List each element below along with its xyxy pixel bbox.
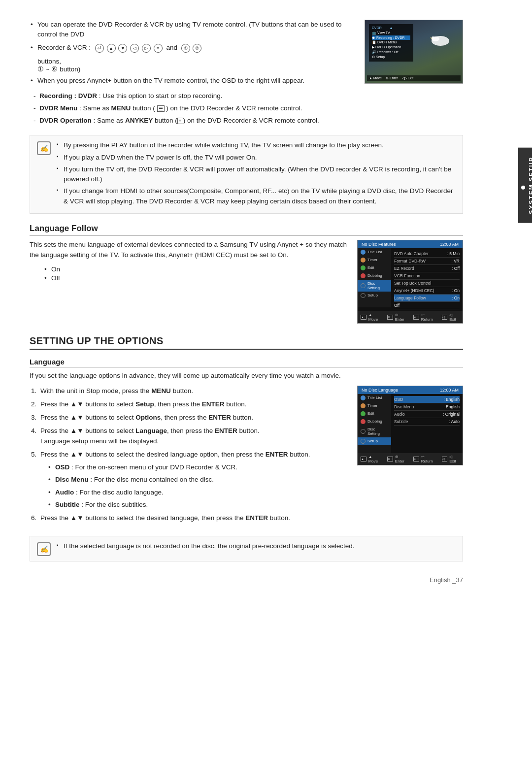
language-intro: If you set the language options in advan… (30, 371, 347, 381)
off-value: Off (394, 303, 399, 308)
features-sidebar: Title List Timer Edit Dubbing (358, 248, 391, 307)
option-on: On (44, 265, 347, 273)
lang-sidebar-label-title-list: Title List (367, 395, 382, 400)
bird-silhouette (428, 30, 453, 50)
exit-icon: ◁ (442, 315, 448, 320)
tv-footer-move: ▲ Move (369, 76, 382, 80)
top-bullet-list: You can operate the DVD Recorder & VCR b… (30, 20, 355, 53)
lang-sidebar-label-edit: Edit (367, 411, 374, 416)
note-item-1: By pressing the PLAY button of the recor… (56, 140, 456, 150)
lang-sidebar-edit: Edit (358, 410, 391, 418)
language-screen-container: No Disc Language 12:00 AM Title List Tim… (357, 371, 463, 527)
top-section: You can operate the DVD Recorder & VCR b… (30, 20, 463, 128)
sub-audio: Audio : For the disc audio language. (48, 488, 347, 497)
option-off: Off (44, 274, 347, 282)
lang-sidebar-setup: Setup (358, 437, 391, 445)
circle-btn-power: ⏎ (95, 44, 104, 53)
language-follow-text: This sets the menu language of external … (30, 240, 347, 324)
sidebar-icon-disc-setting (361, 283, 366, 288)
tv-menu-item-3: 📋 DVDR Menu (372, 40, 410, 45)
footer-return: ↩↩ Return (413, 313, 437, 322)
screen-row-vcr-function: VCR Function (394, 272, 460, 280)
step-4: Press the ▲▼ buttons to select Language,… (38, 426, 347, 446)
tv-menu-item-5: 🔊 Receiver : Off (372, 50, 410, 55)
lang-audio-label: Audio (394, 412, 405, 417)
sub-subtitle: Subtitle : For the disc subtitles. (48, 500, 347, 510)
screen-row-ez-record: EZ Record : Off (394, 265, 460, 272)
side-tab-dot (521, 185, 525, 189)
lang-header-right: 12:00 AM (440, 388, 459, 393)
lang-disc-menu-value: : English (443, 404, 460, 409)
screen-row-dvd-chapter: DVD Auto Chapter : 5 Min (394, 250, 460, 258)
note-box: ✍ By pressing the PLAY button of the rec… (30, 135, 463, 214)
step-5: Press the ▲▼ buttons to select the desir… (38, 450, 347, 510)
lang-follow-label: Language Follow (394, 296, 426, 300)
lang-sidebar-title-list: Title List (358, 394, 391, 402)
tv-menu-item-4: ▶ DVDR Operation (372, 45, 410, 50)
sidebar-label-edit: Edit (367, 265, 374, 270)
circle-btn-up: ▲ (107, 44, 116, 53)
lang-move-icon: ▲ (361, 457, 366, 461)
note-icon-2: ✍ (37, 542, 51, 556)
bullet-list-2: When you press Anynet+ button on the TV … (30, 76, 355, 86)
lang-sidebar-timer: Timer (358, 402, 391, 410)
dash-recording-text: : Use this option to start or stop recor… (99, 92, 223, 99)
sidebar-timer: Timer (358, 256, 391, 264)
lang-row-disc-menu: Disc Menu : English (394, 403, 460, 411)
anynet-value: : On (452, 288, 460, 293)
screen-row-lang-follow: Language Follow : On (394, 295, 460, 302)
lang-enter-icon: ⊕ (387, 457, 393, 461)
bullet-item-recorder-vcr: Recorder & VCR : ⏎ ▲ ▼ ◁ ▷ ≡ and ① ② (30, 43, 355, 53)
tv-menu-overlay: DVDR ▲ 📺 View TV ⏺ Recording : DVDR 📋 DV… (369, 24, 413, 62)
sidebar-edit: Edit (358, 264, 391, 272)
language-ui-screen: No Disc Language 12:00 AM Title List Tim… (357, 386, 463, 465)
footer-exit: ◁◁ Exit (442, 313, 460, 322)
lang-footer-return: ↩↩ Return (413, 455, 437, 463)
lang-row-osd: OSD : English (394, 396, 460, 403)
anynet-label: Anynet+ (HDMI CEC) (394, 288, 434, 293)
features-screen-header: No Disc Features 12:00 AM (358, 240, 463, 248)
footer-move: ▲▲ Move (361, 313, 382, 322)
circle-btn-right: ▷ (142, 44, 151, 53)
tv-menu-item-1: 📺 View TV (372, 31, 410, 35)
lang-sidebar-label-setup: Setup (367, 439, 378, 443)
lang-screen-header: No Disc Language 12:00 AM (358, 386, 463, 394)
ez-record-value: : Off (452, 266, 460, 271)
tv-screen: DVDR ▲ 📺 View TV ⏺ Recording : DVDR 📋 DV… (365, 20, 463, 83)
dash-dvdr-op-label: DVDR Operation (39, 117, 92, 124)
lang-sidebar-icon-title-list (361, 395, 366, 400)
tv-footer-enter: ⊕ Enter (386, 76, 398, 80)
sidebar-label-disc-setting: Disc Setting (367, 281, 388, 290)
lang-row-audio: Audio : Original (394, 411, 460, 418)
sidebar-title-list: Title List (358, 248, 391, 256)
circle-btn-menu: ≡ (154, 44, 163, 53)
lang-sidebar-icon-disc-setting (361, 429, 366, 434)
circle-btn-2: ② (193, 44, 201, 53)
features-screen-footer: ▲▲ Move ⊕⊕ Enter ↩↩ Return ◁◁ Exit (358, 311, 463, 323)
sidebar-icon-setup (361, 293, 366, 298)
lang-sidebar-label-dubbing: Dubbing (367, 419, 382, 424)
sidebar-disc-setting: Disc Setting (358, 280, 391, 292)
format-value: : VR (451, 259, 460, 263)
screen-row-stb-control: Set Top Box Control (394, 280, 460, 287)
sub-osd: OSD : For the on-screen menu of your DVD… (48, 462, 347, 472)
sidebar-label-timer: Timer (367, 258, 377, 262)
features-ui-screen: No Disc Features 12:00 AM Title List Tim… (357, 240, 463, 324)
lang-sidebar-label-disc-setting: Disc Setting (367, 427, 388, 436)
stb-control-label: Set Top Box Control (394, 281, 431, 286)
sidebar-icon-edit (361, 265, 366, 270)
top-text: You can operate the DVD Recorder & VCR b… (30, 20, 355, 128)
lang-sidebar-icon-dubbing (361, 419, 366, 424)
dash-dvdr-menu-label: DVDR Menu (39, 104, 77, 112)
language-subheading: Language (30, 358, 463, 368)
lang-return-icon: ↩ (413, 457, 419, 461)
lang-header-left: No Disc Language (362, 388, 398, 393)
note-icon: ✍ (37, 141, 51, 155)
screen-row-format: Format DVD-RW : VR (394, 258, 460, 265)
dash-dvdr-menu: DVDR Menu : Same as MENU button ( ☰ ) on… (30, 103, 355, 113)
dash-dvdr-op: DVDR Operation : Same as ANYKEY button (… (30, 116, 355, 126)
side-tab: SYSTEM SETUP (518, 148, 532, 223)
enter-icon: ⊕ (387, 315, 393, 320)
ez-record-label: EZ Record (394, 266, 414, 271)
tv-menu-title: DVDR ▲ (372, 26, 410, 30)
